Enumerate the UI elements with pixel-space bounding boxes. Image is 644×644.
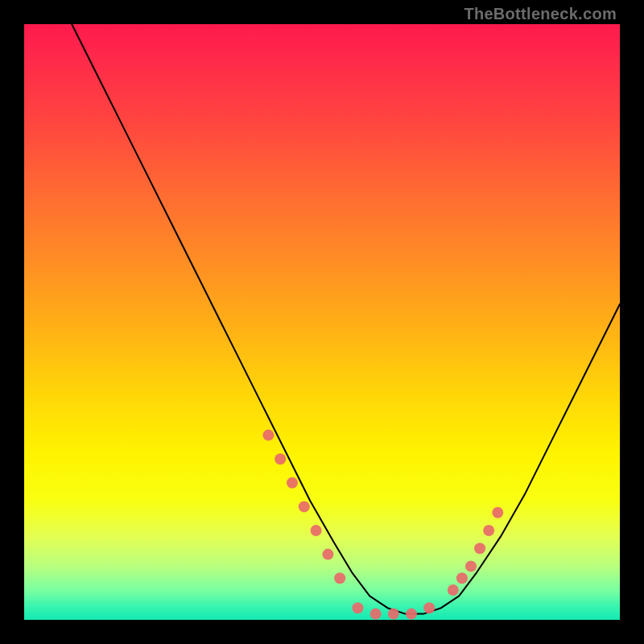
chart-frame: TheBottleneck.com xyxy=(0,0,644,644)
data-point xyxy=(492,507,503,518)
data-point xyxy=(448,584,459,596)
dot-cluster-right xyxy=(448,507,504,596)
data-point xyxy=(262,430,274,441)
data-point xyxy=(483,525,494,536)
chart-svg xyxy=(24,24,620,620)
data-point xyxy=(299,501,310,512)
data-point xyxy=(322,549,333,560)
data-point xyxy=(352,602,363,613)
plot-area xyxy=(24,24,620,620)
data-point xyxy=(334,572,345,584)
data-point xyxy=(474,543,485,554)
data-point xyxy=(287,477,298,489)
data-point xyxy=(370,609,382,620)
data-point xyxy=(311,525,322,536)
watermark-text: TheBottleneck.com xyxy=(464,5,617,23)
main-curve-path xyxy=(72,24,620,614)
dot-cluster-bottom xyxy=(352,602,435,619)
dot-cluster-left xyxy=(262,430,345,584)
data-point xyxy=(406,609,417,620)
data-point xyxy=(275,453,286,464)
data-point xyxy=(465,560,477,572)
data-point xyxy=(456,572,468,584)
data-point xyxy=(423,602,435,613)
data-point xyxy=(388,609,399,620)
